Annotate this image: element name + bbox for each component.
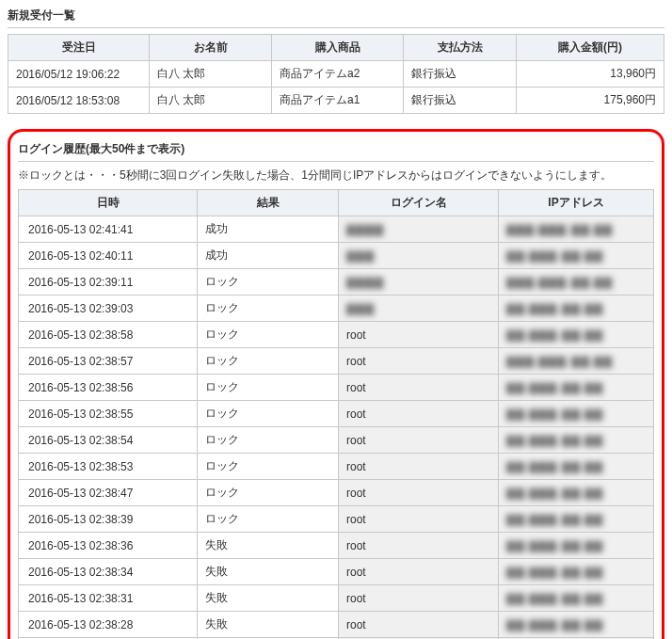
login-cell-datetime: 2016-05-13 02:38:28 [19, 612, 198, 638]
login-cell-result: ロック [198, 427, 339, 454]
login-cell-datetime: 2016-05-13 02:38:56 [19, 375, 198, 401]
login-cell-result: ロック [198, 401, 339, 427]
login-cell-login: root [339, 585, 499, 612]
table-row: 2016-05-13 02:38:31失敗root▇▇.▇▇▇.▇▇.▇▇ [19, 585, 654, 612]
table-row: 2016-05-13 02:38:53ロックroot▇▇.▇▇▇.▇▇.▇▇ [19, 454, 654, 480]
orders-col-payment: 支払方法 [404, 35, 517, 61]
login-cell-ip: ▇▇.▇▇▇.▇▇.▇▇ [499, 243, 654, 269]
login-cell-datetime: 2016-05-13 02:38:58 [19, 322, 198, 348]
login-cell-login: ▇▇▇▇ [339, 216, 499, 243]
table-row: 2016-05-13 02:38:34失敗root▇▇.▇▇▇.▇▇.▇▇ [19, 559, 654, 585]
login-cell-login: root [339, 322, 499, 348]
login-cell-result: ロック [198, 480, 339, 506]
orders-cell-date: 2016/05/12 18:53:08 [8, 88, 150, 114]
login-col-result: 結果 [198, 190, 339, 216]
login-cell-result: ロック [198, 375, 339, 401]
login-cell-login: ▇▇▇▇ [339, 269, 499, 296]
masked-text: ▇▇▇ [346, 302, 375, 315]
masked-text: ▇▇.▇▇▇.▇▇.▇▇ [506, 407, 603, 421]
table-row: 2016/05/12 19:06:22白八 太郎商品アイテムa2銀行振込13,9… [8, 61, 664, 88]
orders-header-row: 受注日 お名前 購入商品 支払方法 購入金額(円) [8, 35, 664, 61]
login-cell-result: 成功 [198, 243, 339, 269]
login-col-datetime: 日時 [19, 190, 198, 216]
login-cell-result: 失敗 [198, 612, 339, 638]
login-cell-ip: ▇▇.▇▇▇.▇▇.▇▇ [499, 480, 654, 506]
masked-text: ▇▇▇.▇▇▇.▇▇.▇▇ [506, 223, 613, 236]
masked-text: ▇▇.▇▇▇.▇▇.▇▇ [506, 592, 603, 605]
table-row: 2016-05-13 02:40:11成功▇▇▇▇▇.▇▇▇.▇▇.▇▇ [19, 243, 654, 269]
table-row: 2016-05-13 02:39:11ロック▇▇▇▇▇▇▇.▇▇▇.▇▇.▇▇ [19, 269, 654, 296]
table-row: 2016-05-13 02:38:55ロックroot▇▇.▇▇▇.▇▇.▇▇ [19, 401, 654, 427]
login-cell-ip: ▇▇.▇▇▇.▇▇.▇▇ [499, 533, 654, 559]
table-row: 2016-05-13 02:38:56ロックroot▇▇.▇▇▇.▇▇.▇▇ [19, 375, 654, 401]
table-row: 2016/05/12 18:53:08白八 太郎商品アイテムa1銀行振込175,… [8, 88, 664, 114]
orders-cell-amount: 175,960円 [517, 88, 664, 114]
orders-col-amount: 購入金額(円) [517, 35, 664, 61]
table-row: 2016-05-13 02:38:28失敗root▇▇.▇▇▇.▇▇.▇▇ [19, 612, 654, 638]
orders-cell-name: 白八 太郎 [150, 88, 272, 114]
login-cell-ip: ▇▇.▇▇▇.▇▇.▇▇ [499, 454, 654, 480]
orders-cell-name: 白八 太郎 [150, 61, 272, 88]
login-cell-datetime: 2016-05-13 02:38:39 [19, 506, 198, 533]
table-row: 2016-05-13 02:38:39ロックroot▇▇.▇▇▇.▇▇.▇▇ [19, 506, 654, 533]
login-cell-datetime: 2016-05-13 02:38:54 [19, 427, 198, 454]
login-cell-result: 成功 [198, 216, 339, 243]
orders-table: 受注日 お名前 購入商品 支払方法 購入金額(円) 2016/05/12 19:… [8, 34, 664, 114]
orders-col-date: 受注日 [8, 35, 150, 61]
login-cell-ip: ▇▇.▇▇▇.▇▇.▇▇ [499, 506, 654, 533]
login-cell-ip: ▇▇.▇▇▇.▇▇.▇▇ [499, 427, 654, 454]
login-cell-login: root [339, 559, 499, 585]
orders-cell-date: 2016/05/12 19:06:22 [8, 61, 150, 88]
login-cell-result: ロック [198, 348, 339, 375]
orders-tbody: 2016/05/12 19:06:22白八 太郎商品アイテムa2銀行振込13,9… [8, 61, 664, 114]
login-tbody: 2016-05-13 02:41:41成功▇▇▇▇▇▇▇.▇▇▇.▇▇.▇▇20… [19, 216, 654, 640]
login-cell-ip: ▇▇▇.▇▇▇.▇▇.▇▇ [499, 216, 654, 243]
login-cell-result: ロック [198, 454, 339, 480]
login-cell-datetime: 2016-05-13 02:38:55 [19, 401, 198, 427]
login-cell-datetime: 2016-05-13 02:39:03 [19, 296, 198, 322]
login-cell-result: 失敗 [198, 533, 339, 559]
login-cell-login: root [339, 427, 499, 454]
login-cell-result: ロック [198, 506, 339, 533]
orders-col-name: お名前 [150, 35, 272, 61]
masked-text: ▇▇▇▇ [346, 223, 384, 236]
login-cell-result: 失敗 [198, 559, 339, 585]
masked-text: ▇▇.▇▇▇.▇▇.▇▇ [506, 381, 603, 394]
login-cell-ip: ▇▇.▇▇▇.▇▇.▇▇ [499, 612, 654, 638]
login-cell-login: ▇▇▇ [339, 243, 499, 269]
orders-cell-payment: 銀行振込 [404, 61, 517, 88]
login-cell-login: root [339, 454, 499, 480]
login-col-login: ログイン名 [339, 190, 499, 216]
login-cell-ip: ▇▇.▇▇▇.▇▇.▇▇ [499, 322, 654, 348]
masked-text: ▇▇.▇▇▇.▇▇.▇▇ [506, 328, 603, 342]
masked-text: ▇▇.▇▇▇.▇▇.▇▇ [506, 460, 603, 473]
orders-cell-product: 商品アイテムa2 [272, 61, 404, 88]
masked-text: ▇▇.▇▇▇.▇▇.▇▇ [506, 487, 603, 500]
login-cell-datetime: 2016-05-13 02:38:53 [19, 454, 198, 480]
login-header-row: 日時 結果 ログイン名 IPアドレス [19, 190, 654, 216]
login-cell-datetime: 2016-05-13 02:39:11 [19, 269, 198, 296]
masked-text: ▇▇.▇▇▇.▇▇.▇▇ [506, 513, 603, 526]
masked-text: ▇▇▇.▇▇▇.▇▇.▇▇ [506, 355, 613, 368]
login-cell-datetime: 2016-05-13 02:38:36 [19, 533, 198, 559]
login-lock-note: ※ロックとは・・・5秒間に3回ログイン失敗した場合、1分間同じIPアドレスからは… [18, 168, 654, 184]
login-table: 日時 結果 ログイン名 IPアドレス 2016-05-13 02:41:41成功… [18, 189, 654, 639]
login-cell-login: root [339, 348, 499, 375]
login-cell-ip: ▇▇▇.▇▇▇.▇▇.▇▇ [499, 348, 654, 375]
login-cell-ip: ▇▇.▇▇▇.▇▇.▇▇ [499, 559, 654, 585]
login-cell-ip: ▇▇.▇▇▇.▇▇.▇▇ [499, 375, 654, 401]
table-row: 2016-05-13 02:39:03ロック▇▇▇▇▇.▇▇▇.▇▇.▇▇ [19, 296, 654, 322]
login-cell-ip: ▇▇.▇▇▇.▇▇.▇▇ [499, 296, 654, 322]
login-cell-result: 失敗 [198, 585, 339, 612]
table-row: 2016-05-13 02:38:58ロックroot▇▇.▇▇▇.▇▇.▇▇ [19, 322, 654, 348]
login-cell-login: root [339, 401, 499, 427]
login-cell-login: root [339, 506, 499, 533]
login-cell-ip: ▇▇▇.▇▇▇.▇▇.▇▇ [499, 269, 654, 296]
orders-cell-product: 商品アイテムa1 [272, 88, 404, 114]
orders-section-title: 新規受付一覧 [8, 8, 664, 28]
masked-text: ▇▇.▇▇▇.▇▇.▇▇ [506, 618, 603, 631]
masked-text: ▇▇.▇▇▇.▇▇.▇▇ [506, 302, 603, 315]
login-cell-result: ロック [198, 296, 339, 322]
table-row: 2016-05-13 02:38:54ロックroot▇▇.▇▇▇.▇▇.▇▇ [19, 427, 654, 454]
login-col-ip: IPアドレス [499, 190, 654, 216]
